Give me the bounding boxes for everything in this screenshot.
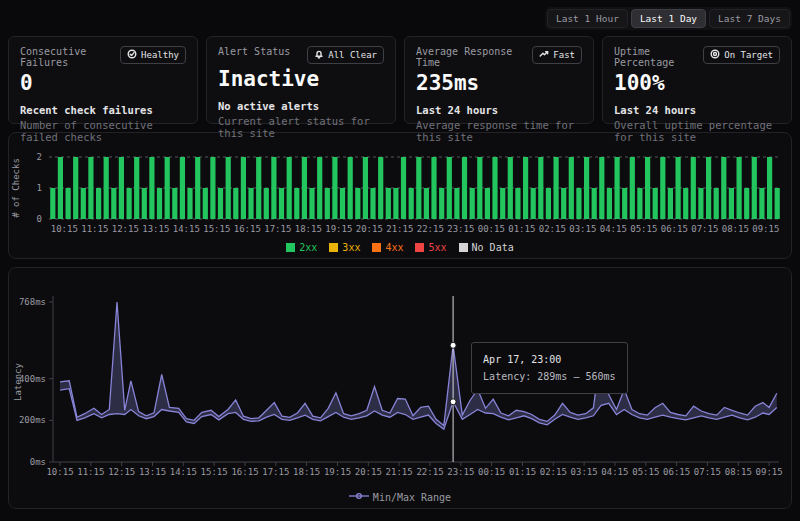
- legend-item-no-data: No Data: [459, 242, 514, 253]
- card-average-response-time: Average Response Time Fast 235ms Last 24…: [404, 36, 594, 124]
- latency-chart-legend: Min/Max Range: [9, 490, 791, 505]
- svg-text:01:15: 01:15: [509, 467, 536, 477]
- svg-text:14:15: 14:15: [173, 224, 200, 234]
- card-title: Consecutive Failures: [20, 46, 120, 68]
- card-uptime-percentage: Uptime Percentage On Target 100% Last 24…: [602, 36, 792, 124]
- badge-label: Fast: [553, 50, 575, 60]
- card-value: Inactive: [218, 67, 384, 91]
- svg-text:20:15: 20:15: [355, 467, 382, 477]
- svg-text:15:15: 15:15: [203, 224, 230, 234]
- card-alert-status: Alert Status All Clear Inactive No activ…: [206, 36, 396, 124]
- badge-label: On Target: [724, 50, 773, 60]
- svg-text:12:15: 12:15: [112, 224, 139, 234]
- legend-swatch: [372, 243, 381, 252]
- status-badge: Healthy: [120, 46, 186, 64]
- status-badge: Fast: [532, 46, 582, 64]
- target-icon: [710, 49, 720, 61]
- svg-text:14:15: 14:15: [170, 467, 197, 477]
- checks-chart-legend: 2xx 3xx 4xx 5xx No Data: [9, 241, 791, 255]
- svg-text:22:15: 22:15: [416, 467, 443, 477]
- check-circle-icon: [127, 49, 137, 61]
- svg-text:00:15: 00:15: [478, 224, 505, 234]
- svg-text:2: 2: [37, 152, 42, 162]
- svg-text:18:15: 18:15: [295, 224, 322, 234]
- card-title: Average Response Time: [416, 46, 532, 68]
- svg-text:08:15: 08:15: [722, 224, 749, 234]
- svg-text:05:15: 05:15: [632, 467, 659, 477]
- svg-text:11:15: 11:15: [77, 467, 104, 477]
- svg-text:200ms: 200ms: [19, 415, 46, 425]
- svg-text:20:15: 20:15: [356, 224, 383, 234]
- card-value: 0: [20, 71, 186, 95]
- svg-text:12:15: 12:15: [108, 467, 135, 477]
- svg-text:08:15: 08:15: [725, 467, 752, 477]
- svg-text:23:15: 23:15: [447, 467, 474, 477]
- legend-item-3xx: 3xx: [329, 242, 360, 253]
- svg-text:Latency: Latency: [13, 362, 23, 401]
- chart-tooltip: Apr 17, 23:00 Latency: 289ms – 560ms: [471, 342, 627, 394]
- svg-text:04:15: 04:15: [601, 467, 628, 477]
- svg-text:13:15: 13:15: [142, 224, 169, 234]
- card-subtitle: Last 24 hours: [416, 104, 582, 116]
- svg-text:11:15: 11:15: [81, 224, 108, 234]
- svg-text:00:15: 00:15: [478, 467, 505, 477]
- badge-label: All Clear: [328, 50, 377, 60]
- svg-text:01:15: 01:15: [508, 224, 535, 234]
- legend-swatch: [415, 243, 424, 252]
- card-subtitle: Recent check failures: [20, 104, 186, 116]
- card-consecutive-failures: Consecutive Failures Healthy 0 Recent ch…: [8, 36, 198, 124]
- legend-swatch: [459, 243, 468, 252]
- svg-text:09:15: 09:15: [752, 224, 779, 234]
- svg-text:04:15: 04:15: [600, 224, 627, 234]
- legend-item-4xx: 4xx: [372, 242, 403, 253]
- svg-text:07:15: 07:15: [691, 224, 718, 234]
- svg-text:18:15: 18:15: [293, 467, 320, 477]
- stat-cards-row: Consecutive Failures Healthy 0 Recent ch…: [8, 36, 792, 124]
- trending-up-icon: [539, 49, 549, 61]
- card-subtitle: Last 24 hours: [614, 104, 780, 116]
- svg-text:17:15: 17:15: [264, 224, 291, 234]
- svg-text:23:15: 23:15: [447, 224, 474, 234]
- svg-text:15:15: 15:15: [201, 467, 228, 477]
- checks-bar-chart[interactable]: 01210:1511:1512:1513:1514:1515:1516:1517…: [9, 139, 791, 237]
- legend-item-5xx: 5xx: [415, 242, 446, 253]
- svg-text:05:15: 05:15: [630, 224, 657, 234]
- svg-text:16:15: 16:15: [234, 224, 261, 234]
- line-series-icon: [349, 491, 369, 503]
- checks-bar-chart-panel: 01210:1511:1512:1513:1514:1515:1516:1517…: [8, 132, 792, 259]
- latency-chart-panel: 0ms200ms400ms768ms10:1511:1512:1513:1514…: [8, 267, 792, 509]
- svg-text:0: 0: [37, 214, 42, 224]
- time-range-last-7-days[interactable]: Last 7 Days: [709, 9, 790, 28]
- card-title: Alert Status: [218, 46, 290, 57]
- svg-text:02:15: 02:15: [540, 467, 567, 477]
- card-description: Current alert status for this site: [218, 115, 384, 139]
- legend-swatch: [286, 243, 295, 252]
- card-title: Uptime Percentage: [614, 46, 703, 68]
- svg-text:02:15: 02:15: [539, 224, 566, 234]
- time-range-group: Last 1 Hour Last 1 Day Last 7 Days: [545, 7, 792, 30]
- status-badge: On Target: [703, 46, 780, 64]
- card-subtitle: No active alerts: [218, 100, 384, 112]
- svg-text:768ms: 768ms: [19, 297, 46, 307]
- svg-text:09:15: 09:15: [756, 467, 783, 477]
- time-range-bar: Last 1 Hour Last 1 Day Last 7 Days: [0, 0, 800, 34]
- tooltip-value: Latency: 289ms – 560ms: [483, 368, 615, 385]
- svg-text:0ms: 0ms: [30, 457, 46, 467]
- card-value: 235ms: [416, 71, 582, 95]
- legend-item-min-max-range: Min/Max Range: [349, 491, 451, 503]
- time-range-last-1-day[interactable]: Last 1 Day: [631, 9, 706, 28]
- status-badge: All Clear: [307, 46, 384, 64]
- svg-text:03:15: 03:15: [569, 224, 596, 234]
- svg-text:06:15: 06:15: [663, 467, 690, 477]
- svg-text:03:15: 03:15: [571, 467, 598, 477]
- legend-swatch: [329, 243, 338, 252]
- svg-text:06:15: 06:15: [661, 224, 688, 234]
- svg-text:# of Checks: # of Checks: [11, 158, 21, 218]
- bell-icon: [314, 49, 324, 61]
- svg-text:21:15: 21:15: [386, 224, 413, 234]
- svg-text:22:15: 22:15: [417, 224, 444, 234]
- svg-text:10:15: 10:15: [46, 467, 73, 477]
- latency-area-chart[interactable]: 0ms200ms400ms768ms10:1511:1512:1513:1514…: [9, 274, 791, 486]
- time-range-last-1-hour[interactable]: Last 1 Hour: [547, 9, 628, 28]
- svg-text:19:15: 19:15: [325, 224, 352, 234]
